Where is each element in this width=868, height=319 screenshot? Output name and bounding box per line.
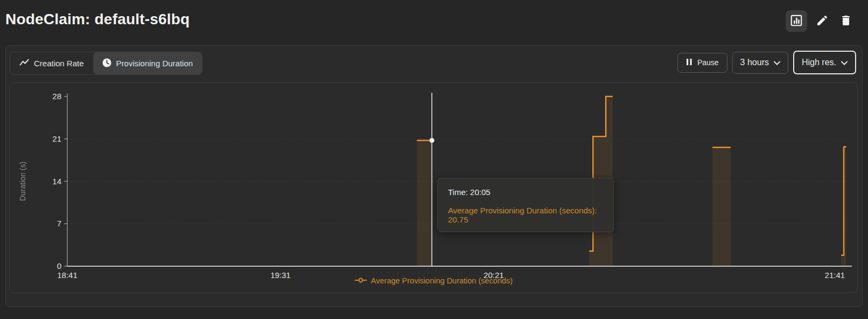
tab-creation-rate[interactable]: Creation Rate <box>10 52 93 74</box>
resolution-select[interactable]: High res. <box>793 51 856 74</box>
clock-icon <box>102 58 111 69</box>
chart-legend[interactable]: Average Provisioning Duration (seconds) <box>10 276 857 285</box>
chevron-down-icon <box>841 58 848 67</box>
resolution-value: High res. <box>802 58 836 67</box>
chart-tabs: Creation Rate Provisioning Duration <box>10 52 202 75</box>
pause-button[interactable]: Pause <box>677 53 727 73</box>
page-title: NodeClaim: default-s6lbq <box>5 11 190 28</box>
time-range-value: 3 hours <box>740 58 769 67</box>
trend-line-icon <box>19 59 29 68</box>
edit-button[interactable] <box>814 12 831 30</box>
chart-controls: Pause 3 hours High res. <box>677 51 856 74</box>
metrics-panel: Creation Rate Provisioning Duration Paus… <box>5 45 863 307</box>
pause-label: Pause <box>697 58 719 67</box>
bar-chart-icon <box>789 13 803 29</box>
tooltip-time: Time: 20:05 <box>448 188 603 197</box>
time-range-select[interactable]: 3 hours <box>732 52 788 74</box>
chart-view-button[interactable] <box>786 10 807 32</box>
tab-provisioning-duration[interactable]: Provisioning Duration <box>93 52 202 74</box>
chart-container: 0714212818:4119:3120:2121:41Duration (s)… <box>9 82 858 293</box>
tab-label: Provisioning Duration <box>116 59 193 68</box>
svg-text:21: 21 <box>52 134 61 143</box>
svg-text:0: 0 <box>57 261 61 271</box>
pause-icon <box>686 58 692 67</box>
tab-label: Creation Rate <box>34 59 84 68</box>
chart-tooltip: Time: 20:05 Average Provisioning Duratio… <box>437 178 614 232</box>
header-actions <box>786 10 855 32</box>
svg-text:Duration (s): Duration (s) <box>18 162 27 201</box>
legend-marker-icon <box>354 276 367 285</box>
svg-text:7: 7 <box>57 219 61 228</box>
svg-text:28: 28 <box>52 92 61 101</box>
delete-button[interactable] <box>837 12 855 30</box>
svg-text:14: 14 <box>52 177 61 186</box>
chevron-down-icon <box>774 58 780 67</box>
duration-chart-svg[interactable]: 0714212818:4119:3120:2121:41Duration (s) <box>10 83 857 293</box>
legend-label: Average Provisioning Duration (seconds) <box>371 276 513 285</box>
pencil-icon <box>816 14 829 29</box>
trash-icon <box>839 14 852 29</box>
tooltip-value: Average Provisioning Duration (seconds):… <box>448 206 603 224</box>
